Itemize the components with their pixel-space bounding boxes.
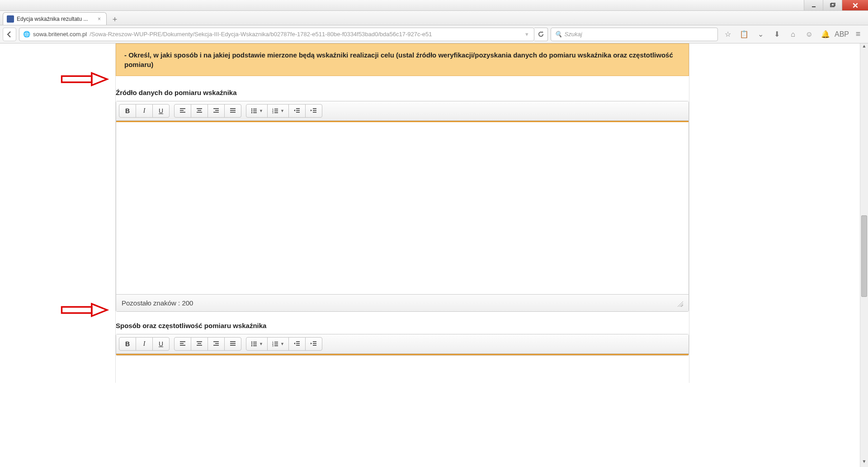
align-center-button[interactable] (191, 337, 208, 351)
home-icon[interactable]: ⌂ (786, 28, 800, 41)
bold-button[interactable]: B (119, 337, 136, 351)
svg-rect-7 (62, 307, 92, 313)
indent-button[interactable] (305, 337, 322, 351)
browser-tabstrip: Edycja wskaźnika rezultatu ... × + (0, 11, 868, 25)
underline-button[interactable]: U (152, 337, 170, 351)
browser-navbar: 🌐 sowa.britenet.com.pl /Sowa-Rzeszow-WUP… (0, 25, 868, 43)
abp-badge[interactable]: ABP (835, 28, 849, 41)
svg-marker-6 (92, 73, 107, 85)
svg-point-53 (251, 342, 253, 343)
svg-point-23 (251, 112, 253, 114)
bookmark-star-icon[interactable]: ☆ (721, 28, 735, 41)
new-tab-button[interactable]: + (108, 14, 121, 25)
align-justify-button[interactable] (224, 337, 241, 351)
tab-title: Edycja wskaźnika rezultatu ... (17, 16, 88, 22)
svg-point-21 (251, 109, 253, 110)
editor-footer: Pozostało znaków : 200 (116, 294, 689, 311)
rich-editor-method: B I U ▼ 123▼ (116, 334, 689, 356)
window-maximize-button[interactable] (823, 0, 842, 10)
pocket-icon[interactable]: ⌄ (753, 28, 768, 41)
svg-marker-40 (311, 110, 312, 111)
window-close-button[interactable] (842, 0, 868, 10)
field-label-source: Źródło danych do pomiaru wskaźnika (116, 89, 689, 96)
align-justify-button[interactable] (224, 104, 241, 118)
tab-close-button[interactable]: × (96, 16, 103, 22)
page-viewport: - Określ, w jaki sposób i na jakiej pods… (0, 43, 868, 467)
banner-text: - Określ, w jaki sposób i na jakiej pods… (124, 51, 673, 68)
underline-button[interactable]: U (152, 104, 170, 118)
scroll-down-icon[interactable]: ▼ (860, 459, 868, 467)
align-left-button[interactable] (174, 337, 191, 351)
svg-marker-36 (294, 110, 295, 111)
align-right-button[interactable] (208, 337, 225, 351)
svg-text:3: 3 (272, 111, 274, 114)
numbered-list-button[interactable]: 123▼ (267, 104, 289, 118)
instruction-banner: - Określ, w jaki sposób i na jakiej pods… (116, 43, 689, 76)
align-right-button[interactable] (208, 104, 225, 118)
window-titlebar (0, 0, 868, 11)
reload-button[interactable] (534, 28, 548, 41)
svg-point-22 (251, 110, 253, 112)
editor-toolbar-2: B I U ▼ 123▼ (116, 334, 689, 354)
bold-button[interactable]: B (119, 104, 136, 118)
url-input[interactable]: 🌐 sowa.britenet.com.pl /Sowa-Rzeszow-WUP… (19, 28, 534, 41)
search-input[interactable]: 🔍 Szukaj (551, 28, 718, 41)
scroll-up-icon[interactable]: ▲ (860, 43, 868, 52)
svg-marker-68 (294, 343, 295, 344)
globe-icon: 🌐 (23, 31, 30, 38)
form-page: - Określ, w jaki sposób i na jakiej pods… (115, 43, 689, 383)
outdent-button[interactable] (288, 104, 306, 118)
annotation-arrow-2 (59, 302, 111, 318)
svg-marker-8 (92, 304, 107, 316)
back-button[interactable] (3, 28, 16, 41)
italic-button[interactable]: I (136, 104, 153, 118)
annotation-arrow-1 (59, 71, 111, 87)
svg-text:3: 3 (272, 344, 274, 347)
reading-list-icon[interactable]: 📋 (737, 28, 751, 41)
svg-rect-1 (830, 4, 834, 7)
url-dropdown-icon[interactable]: ▾ (524, 31, 530, 38)
italic-button[interactable]: I (136, 337, 153, 351)
editor-toolbar: B I U ▼ 123▼ (116, 101, 689, 121)
svg-point-54 (251, 343, 253, 345)
window-scrollbar[interactable]: ▲ ▼ (860, 43, 868, 467)
resize-grip-icon[interactable] (676, 300, 683, 307)
browser-tab-active[interactable]: Edycja wskaźnika rezultatu ... × (3, 12, 107, 25)
favicon-icon (7, 15, 14, 23)
numbered-list-button[interactable]: 123▼ (267, 337, 289, 351)
svg-marker-72 (311, 343, 312, 344)
toolbar-icon-row: ☆ 📋 ⌄ ⬇ ⌂ ☺ 🔔 ABP ≡ (721, 28, 865, 41)
search-icon: 🔍 (555, 31, 562, 38)
search-placeholder: Szukaj (565, 31, 582, 38)
indent-button[interactable] (305, 104, 322, 118)
svg-rect-5 (62, 76, 92, 82)
scroll-thumb[interactable] (861, 215, 867, 297)
svg-rect-2 (831, 3, 835, 6)
outdent-button[interactable] (288, 337, 306, 351)
svg-point-55 (251, 345, 253, 347)
bullet-list-button[interactable]: ▼ (246, 104, 268, 118)
char-counter: Pozostało znaków : 200 (122, 299, 193, 307)
field-label-method: Sposób oraz częstotliwość pomiaru wskaźn… (116, 322, 689, 329)
editor-textarea[interactable] (116, 122, 689, 294)
notifications-icon[interactable]: 🔔 (818, 28, 833, 41)
align-left-button[interactable] (174, 104, 191, 118)
align-center-button[interactable] (191, 104, 208, 118)
url-path: /Sowa-Rzeszow-WUP-PRE/Dokumenty/Sekcja-I… (90, 31, 432, 38)
editor-accent-bar (116, 354, 689, 355)
url-domain: sowa.britenet.com.pl (33, 31, 87, 38)
rich-editor-source: B I U ▼ 123▼ (116, 101, 689, 312)
window-minimize-button[interactable] (804, 0, 823, 10)
bullet-list-button[interactable]: ▼ (246, 337, 268, 351)
download-icon[interactable]: ⬇ (769, 28, 784, 41)
chat-icon[interactable]: ☺ (802, 28, 816, 41)
menu-hamburger-icon[interactable]: ≡ (851, 28, 865, 41)
